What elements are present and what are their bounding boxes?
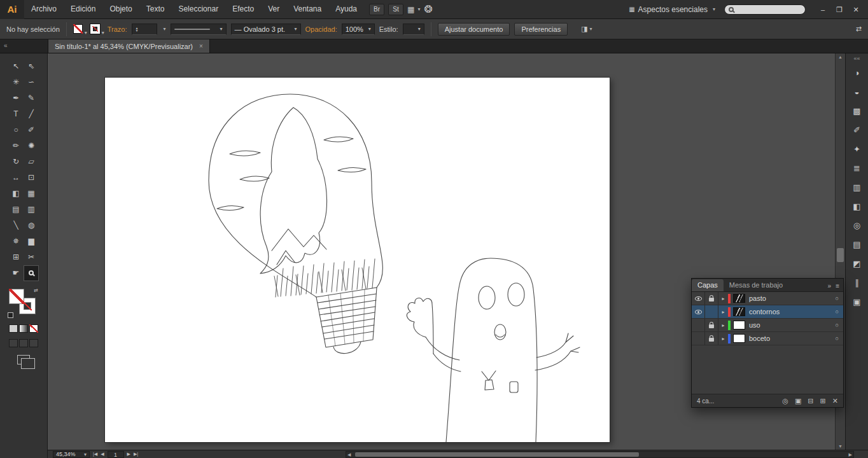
stroke-weight-field[interactable]: ▲▼: [132, 24, 157, 35]
tool-lasso[interactable]: ∽: [24, 74, 39, 90]
menu-item[interactable]: Texto: [139, 0, 172, 18]
tool-slice[interactable]: ✂: [24, 249, 39, 265]
new-sublayer-icon[interactable]: ⊟: [808, 397, 813, 405]
lock-toggle[interactable]: [705, 319, 718, 331]
collapse-control-panel-icon[interactable]: ⇄: [856, 25, 862, 33]
layer-thumbnail[interactable]: [733, 294, 745, 303]
make-clipping-mask-icon[interactable]: ▣: [795, 397, 801, 405]
fill-indicator[interactable]: [9, 289, 24, 304]
search-box[interactable]: [724, 4, 806, 15]
expand-icon[interactable]: ▸: [718, 309, 728, 315]
stock-button[interactable]: St: [388, 4, 403, 15]
tool-magic-wand[interactable]: ✳: [8, 74, 24, 90]
layer-name[interactable]: contornos: [749, 308, 780, 316]
default-fill-stroke-icon[interactable]: [8, 312, 13, 318]
tool-selection[interactable]: ↖: [8, 59, 24, 74]
delete-layer-icon[interactable]: ✕: [832, 397, 838, 405]
workspace-switcher[interactable]: ▦ Aspectos esenciales ▾: [629, 5, 715, 14]
tool-ellipse[interactable]: ○: [8, 122, 24, 138]
tool-zoom[interactable]: [24, 265, 39, 281]
preferences-button[interactable]: Preferencias: [514, 23, 568, 36]
next-artboard-button[interactable]: ▶: [127, 452, 130, 457]
select-similar-button[interactable]: ◨▾: [581, 25, 592, 33]
dock-graphic-styles-icon[interactable]: ▤: [849, 237, 865, 253]
target-icon[interactable]: ○: [836, 322, 839, 328]
app-logo[interactable]: Ai: [0, 0, 24, 19]
target-icon[interactable]: ○: [836, 295, 839, 302]
tool-line-segment[interactable]: ╱: [24, 106, 39, 122]
previous-artboard-button[interactable]: ◀: [101, 452, 104, 457]
layer-row[interactable]: ▸boceto○: [692, 332, 843, 345]
visibility-toggle[interactable]: [692, 292, 705, 305]
none-button[interactable]: [29, 324, 38, 333]
swap-fill-stroke-icon[interactable]: ⇄: [34, 288, 38, 293]
tab-capas[interactable]: Capas: [692, 279, 724, 291]
tool-perspective-grid[interactable]: ▦: [24, 186, 39, 202]
layer-thumbnail[interactable]: [733, 307, 745, 316]
layer-thumbnail[interactable]: [733, 321, 745, 330]
dock-color-icon[interactable]: ◑: [849, 65, 865, 81]
stepper-icon[interactable]: ▲▼: [136, 27, 139, 32]
visibility-toggle[interactable]: [692, 305, 705, 318]
first-artboard-button[interactable]: |◀: [93, 452, 97, 457]
tool-direct-selection[interactable]: ⇖: [24, 59, 39, 74]
color-button[interactable]: [9, 324, 18, 333]
stroke-weight-label[interactable]: Trazo:: [108, 25, 127, 33]
expand-dock-icon[interactable]: ««: [846, 53, 868, 64]
collapse-tools-icon[interactable]: «: [0, 39, 48, 53]
dock-swatches-icon[interactable]: ▩: [849, 103, 865, 120]
lock-toggle[interactable]: [705, 332, 718, 345]
tool-hand[interactable]: ☛: [8, 265, 24, 281]
scroll-up-icon[interactable]: ▲: [836, 55, 845, 59]
artboard-number-field[interactable]: 1: [108, 451, 124, 458]
zoom-level-dropdown[interactable]: 45,34%▾: [53, 451, 90, 458]
expand-icon[interactable]: ▸: [718, 296, 728, 302]
tool-gradient[interactable]: ▥: [24, 202, 39, 218]
collapse-panel-icon[interactable]: »: [828, 282, 832, 289]
horizontal-scrollbar[interactable]: ◀ ▶: [346, 451, 854, 458]
minimize-button[interactable]: –: [815, 0, 831, 19]
fill-color-control[interactable]: ▾: [73, 23, 86, 36]
last-artboard-button[interactable]: ▶|: [134, 452, 138, 457]
target-icon[interactable]: ○: [836, 309, 839, 315]
tool-artboard[interactable]: ⊞: [8, 249, 24, 265]
menu-item[interactable]: Archivo: [24, 0, 64, 18]
horizontal-scroll-thumb[interactable]: [355, 452, 639, 457]
new-layer-icon[interactable]: ⊞: [820, 397, 826, 405]
menu-item[interactable]: Seleccionar: [171, 0, 225, 18]
scroll-right-icon[interactable]: ▶: [849, 452, 852, 458]
close-button[interactable]: ✕: [848, 0, 864, 19]
draw-behind-button[interactable]: [19, 339, 28, 347]
document-tab[interactable]: Sin título-1* al 45,34% (CMYK/Previsuali…: [48, 39, 210, 53]
menu-item[interactable]: Edición: [64, 0, 102, 18]
arrange-documents-button[interactable]: ▦▾: [407, 5, 420, 14]
opacity-label[interactable]: Opacidad:: [305, 25, 337, 33]
tool-pen[interactable]: ✒: [8, 90, 24, 106]
close-tab-icon[interactable]: ×: [199, 43, 203, 50]
expand-icon[interactable]: ▸: [718, 323, 728, 328]
dock-transparency-icon[interactable]: ◧: [849, 198, 865, 215]
tool-mesh[interactable]: ▤: [8, 202, 24, 218]
width-profile-dropdown[interactable]: — Ovalado 3 pt.▾: [231, 24, 301, 35]
visibility-toggle[interactable]: [692, 332, 705, 345]
tool-blob-brush[interactable]: ✺: [24, 138, 39, 154]
layer-name[interactable]: uso: [749, 321, 760, 329]
draw-normal-button[interactable]: [9, 339, 18, 347]
tool-blend[interactable]: ◍: [24, 218, 39, 233]
panel-menu-icon[interactable]: ≡: [836, 282, 839, 289]
tool-free-transform[interactable]: ⊡: [24, 170, 39, 186]
search-input[interactable]: [736, 6, 800, 13]
screen-mode-button[interactable]: [17, 355, 30, 364]
lock-toggle[interactable]: [705, 292, 718, 305]
artboard[interactable]: [105, 78, 610, 442]
menu-item[interactable]: Ayuda: [328, 0, 364, 18]
layer-name[interactable]: boceto: [749, 335, 770, 342]
layer-row[interactable]: ▸uso○: [692, 319, 843, 332]
layer-row[interactable]: ▸contornos○: [692, 305, 843, 319]
restore-button[interactable]: ❐: [831, 0, 848, 19]
tool-scale[interactable]: ▱: [24, 154, 39, 170]
dock-gradient-icon[interactable]: ▥: [849, 179, 865, 196]
tool-type[interactable]: T: [8, 106, 24, 122]
tool-symbol-sprayer[interactable]: ✵: [8, 233, 24, 249]
scroll-down-icon[interactable]: ▼: [836, 444, 845, 448]
